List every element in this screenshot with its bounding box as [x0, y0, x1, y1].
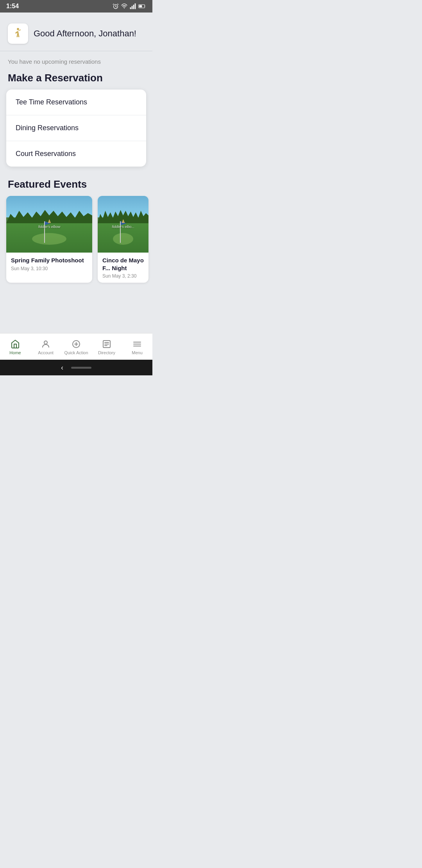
svg-rect-3	[132, 6, 133, 9]
directory-icon	[102, 339, 112, 349]
nav-item-directory[interactable]: Directory	[91, 336, 122, 358]
signal-icon	[130, 3, 136, 9]
battery-icon	[138, 3, 146, 9]
event-date-2: Sun May 3, 2:30	[102, 273, 144, 279]
nav-item-account[interactable]: Account	[30, 336, 61, 358]
status-icons	[113, 3, 146, 9]
svg-rect-5	[135, 4, 136, 9]
menu-icon	[132, 339, 142, 349]
court-reservation-item[interactable]: Court Reservations	[6, 141, 146, 167]
event-image-2: ♟ fiddler's elbo...	[98, 196, 148, 253]
nav-label-account: Account	[38, 350, 54, 355]
nav-item-quick-action[interactable]: Quick Action	[61, 336, 91, 358]
account-icon	[41, 339, 51, 349]
tee-time-reservation-item[interactable]: Tee Time Reservations	[6, 90, 146, 115]
event-name-1: Spring Family Photoshoot	[11, 256, 88, 264]
greeting-text: Good Afternoon, Jonathan!	[34, 29, 136, 39]
nav-label-quick-action: Quick Action	[64, 350, 88, 355]
svg-rect-4	[133, 5, 134, 9]
nav-item-menu[interactable]: Menu	[122, 336, 152, 358]
event-name-2: Cinco de Mayo F... Night	[102, 256, 144, 272]
svg-rect-7	[139, 5, 142, 7]
quick-action-icon	[71, 339, 81, 349]
greeting-section: Good Afternoon, Jonathan!	[0, 13, 152, 51]
dining-reservation-item[interactable]: Dining Reservations	[6, 115, 146, 141]
event-info-2: Cinco de Mayo F... Night Sun May 3, 2:30	[98, 253, 148, 283]
svg-rect-2	[130, 7, 131, 9]
svg-point-1	[124, 8, 125, 9]
featured-events-title: Featured Events	[0, 174, 152, 196]
event-image-1: ♟ fiddler's elbow	[6, 196, 92, 253]
no-reservations-text: You have no upcoming reservations	[0, 51, 152, 67]
nav-item-home[interactable]: Home	[0, 336, 30, 358]
home-icon	[10, 339, 20, 349]
status-time: 1:54	[6, 3, 19, 10]
club-logo	[8, 23, 28, 44]
alarm-icon	[113, 3, 119, 9]
svg-point-8	[44, 341, 47, 344]
event-card-2[interactable]: ♟ fiddler's elbo... Cinco de Mayo F... N…	[98, 196, 148, 283]
events-scroll: ♟ fiddler's elbow Spring Family Photosho…	[0, 196, 152, 291]
nav-label-menu: Menu	[132, 350, 143, 355]
main-content: Good Afternoon, Jonathan! You have no up…	[0, 13, 152, 333]
event-date-1: Sun May 3, 10:30	[11, 266, 88, 271]
club-logo-image	[11, 27, 25, 41]
reservation-card: Tee Time Reservations Dining Reservation…	[6, 90, 146, 167]
make-reservation-title: Make a Reservation	[0, 67, 152, 90]
event-info-1: Spring Family Photoshoot Sun May 3, 10:3…	[6, 253, 92, 275]
nav-label-directory: Directory	[98, 350, 115, 355]
bottom-nav: Home Account Quick Action	[0, 333, 152, 360]
fiddlers-logo-text-2: fiddler's elbo...	[112, 225, 134, 229]
back-button[interactable]: ‹	[61, 364, 63, 372]
event-card-1[interactable]: ♟ fiddler's elbow Spring Family Photosho…	[6, 196, 92, 283]
nav-label-home: Home	[9, 350, 21, 355]
system-nav: ‹	[0, 360, 152, 375]
wifi-icon	[121, 3, 127, 9]
home-pill[interactable]	[71, 367, 91, 369]
fiddlers-logo-text-1: fiddler's elbow	[38, 225, 61, 229]
status-bar: 1:54	[0, 0, 152, 13]
